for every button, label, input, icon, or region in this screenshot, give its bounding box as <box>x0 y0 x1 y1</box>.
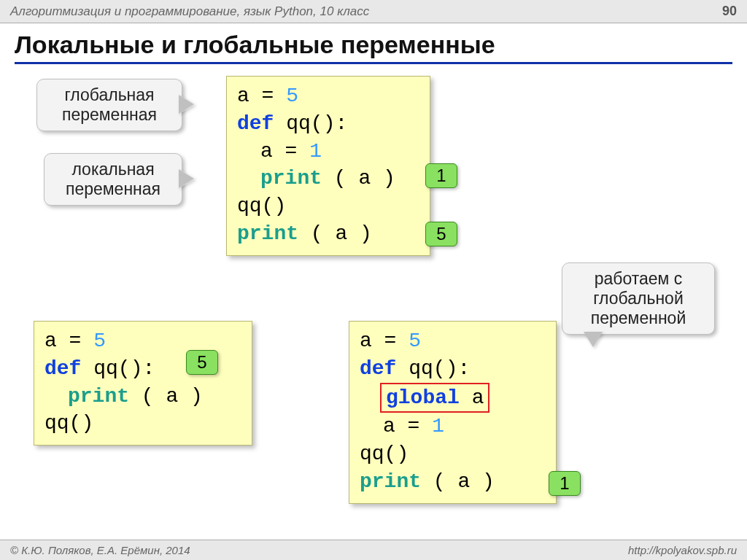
code-line: a = 5 <box>360 327 546 355</box>
code-line: a = 5 <box>237 82 419 110</box>
code-block-3: a = 5 def qq(): global a a = 1 qq() prin… <box>349 321 557 504</box>
code-block-1: a = 5 def qq(): a = 1 print ( a ) qq() p… <box>226 76 430 256</box>
callout-tail-icon <box>180 96 195 113</box>
code-line: qq() <box>237 192 419 220</box>
callout-local-var: локальная переменная <box>44 153 182 206</box>
page-title: Локальные и глобальные переменные <box>15 31 732 64</box>
code-block-2: a = 5 def qq(): print ( a ) qq() <box>34 321 252 446</box>
output-badge: 1 <box>549 471 581 496</box>
footer-url: http://kpolyakov.spb.ru <box>628 544 737 556</box>
output-badge: 5 <box>425 222 457 246</box>
page-number: 90 <box>722 4 737 19</box>
code-line: print ( a ) <box>360 468 546 496</box>
code-line: global a <box>360 383 546 413</box>
code-line: def qq(): <box>237 110 419 138</box>
code-line: print ( a ) <box>237 220 419 248</box>
callout-work-global: работаем с глобальной переменной <box>562 262 715 335</box>
callout-global-var: глобальная переменная <box>36 79 182 131</box>
callout-tail-icon <box>180 170 195 187</box>
code-line: a = 1 <box>360 413 546 440</box>
code-line: def qq(): <box>360 355 546 383</box>
callout-text: работаем с глобальной переменной <box>591 269 686 327</box>
output-badge: 5 <box>186 350 218 375</box>
output-badge: 1 <box>425 163 457 188</box>
copyright: © К.Ю. Поляков, Е.А. Ерёмин, 2014 <box>10 544 190 556</box>
callout-text: глобальная переменная <box>62 85 157 124</box>
callout-tail-icon <box>584 332 602 347</box>
code-line: a = 1 <box>237 138 419 166</box>
callout-text: локальная переменная <box>66 160 160 198</box>
footer-bar: © К.Ю. Поляков, Е.А. Ерёмин, 2014 http:/… <box>0 540 747 560</box>
header-bar: Алгоритмизация и программирование, язык … <box>0 0 747 23</box>
code-line: print ( a ) <box>44 383 241 411</box>
code-line: print ( a ) <box>237 165 419 192</box>
code-line: qq() <box>44 410 241 438</box>
course-title: Алгоритмизация и программирование, язык … <box>10 4 369 19</box>
code-line: qq() <box>360 440 546 468</box>
